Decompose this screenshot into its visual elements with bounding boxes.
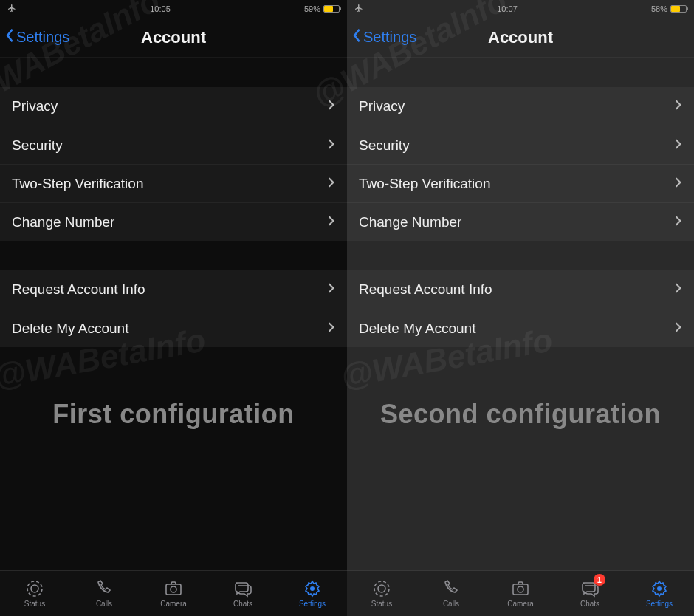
tab-label: Chats (580, 600, 599, 608)
row-request-info[interactable]: Request Account Info (0, 270, 347, 309)
tab-settings[interactable]: Settings (278, 571, 347, 616)
row-label: Privacy (12, 98, 58, 114)
nav-bar: Settings Account (0, 18, 347, 58)
row-label: Change Number (359, 214, 461, 230)
chevron-right-icon (675, 321, 682, 337)
row-label: Delete My Account (12, 321, 128, 337)
tab-bar: Status Calls Camera 1Chats Settings (347, 570, 694, 616)
settings-group: Privacy Security Two-Step Verification C… (347, 87, 694, 241)
row-privacy[interactable]: Privacy (347, 87, 694, 126)
row-label: Two-Step Verification (12, 176, 143, 192)
row-change-number[interactable]: Change Number (347, 202, 694, 241)
chevron-right-icon (328, 321, 335, 337)
section-spacer (347, 58, 694, 87)
section-spacer (0, 58, 347, 87)
badge: 1 (594, 574, 605, 586)
row-delete-account[interactable]: Delete My Account (347, 309, 694, 347)
row-label: Security (359, 137, 410, 154)
tab-chats[interactable]: 1Chats (555, 571, 625, 616)
chevron-left-icon (4, 27, 15, 47)
row-label: Change Number (12, 214, 114, 230)
row-privacy[interactable]: Privacy (0, 87, 347, 126)
chevron-right-icon (675, 137, 682, 154)
settings-icon (650, 579, 669, 598)
section-spacer (347, 241, 694, 270)
camera-icon (511, 579, 530, 598)
status-time: 10:07 (497, 4, 518, 13)
svg-point-5 (374, 581, 389, 596)
row-two-step[interactable]: Two-Step Verification (347, 164, 694, 202)
phone-icon (95, 579, 114, 598)
svg-point-1 (31, 585, 38, 592)
tab-status[interactable]: Status (0, 571, 69, 616)
row-label: Delete My Account (359, 321, 475, 337)
tab-label: Camera (160, 600, 187, 608)
airplane-mode-icon (7, 4, 16, 14)
status-bar: 10:07 58% (347, 0, 694, 18)
tab-chats[interactable]: Chats (208, 571, 278, 616)
battery-icon (670, 5, 687, 13)
row-label: Request Account Info (12, 281, 145, 298)
status-bar: 10:05 59% (0, 0, 347, 18)
row-delete-account[interactable]: Delete My Account (0, 309, 347, 347)
tab-label: Calls (443, 600, 459, 608)
chevron-right-icon (328, 137, 335, 154)
status-time: 10:05 (150, 4, 171, 13)
row-two-step[interactable]: Two-Step Verification (0, 164, 347, 202)
svg-point-3 (171, 586, 176, 592)
chevron-right-icon (675, 176, 682, 192)
tab-calls[interactable]: Calls (416, 571, 486, 616)
phone-icon (442, 579, 461, 598)
chevron-left-icon (351, 27, 362, 47)
svg-point-0 (27, 581, 42, 596)
settings-group: Request Account Info Delete My Account (0, 270, 347, 347)
svg-point-4 (310, 586, 315, 591)
svg-point-6 (378, 585, 385, 592)
tab-label: Camera (507, 600, 534, 608)
tab-label: Settings (299, 600, 326, 608)
caption-label: Second configuration (347, 347, 694, 430)
tab-camera[interactable]: Camera (139, 571, 208, 616)
row-security[interactable]: Security (347, 126, 694, 164)
battery-percentage: 59% (304, 4, 320, 13)
status-icon (25, 579, 44, 598)
settings-group: Request Account Info Delete My Account (347, 270, 694, 347)
row-label: Security (12, 137, 63, 154)
tab-label: Status (24, 600, 45, 608)
caption-label: First configuration (0, 347, 347, 430)
tab-calls[interactable]: Calls (69, 571, 139, 616)
chevron-right-icon (675, 281, 682, 298)
row-change-number[interactable]: Change Number (0, 202, 347, 241)
tab-label: Chats (233, 600, 252, 608)
chats-icon (233, 579, 252, 598)
row-label: Privacy (359, 98, 405, 114)
back-label: Settings (363, 29, 416, 46)
status-icon (372, 579, 391, 598)
battery-icon (323, 5, 340, 13)
chevron-right-icon (675, 214, 682, 230)
back-button[interactable]: Settings (351, 27, 416, 47)
tab-status[interactable]: Status (347, 571, 416, 616)
chevron-right-icon (328, 214, 335, 230)
chevron-right-icon (328, 98, 335, 114)
chevron-right-icon (675, 98, 682, 114)
tab-label: Settings (646, 600, 673, 608)
row-label: Two-Step Verification (359, 176, 490, 192)
settings-group: Privacy Security Two-Step Verification C… (0, 87, 347, 241)
phone-screen: @WABetaInfo @WABetaInfo 10:07 58% Settin… (347, 0, 694, 616)
row-label: Request Account Info (359, 281, 492, 298)
svg-rect-7 (513, 584, 528, 595)
tab-label: Calls (96, 600, 112, 608)
back-button[interactable]: Settings (4, 27, 69, 47)
row-request-info[interactable]: Request Account Info (347, 270, 694, 309)
chevron-right-icon (328, 176, 335, 192)
airplane-mode-icon (354, 4, 363, 14)
chevron-right-icon (328, 281, 335, 298)
row-security[interactable]: Security (0, 126, 347, 164)
svg-point-9 (657, 586, 662, 591)
camera-icon (164, 579, 183, 598)
tab-camera[interactable]: Camera (486, 571, 555, 616)
tab-settings[interactable]: Settings (625, 571, 694, 616)
tab-bar: Status Calls Camera Chats Settings (0, 570, 347, 616)
svg-point-8 (518, 586, 523, 592)
